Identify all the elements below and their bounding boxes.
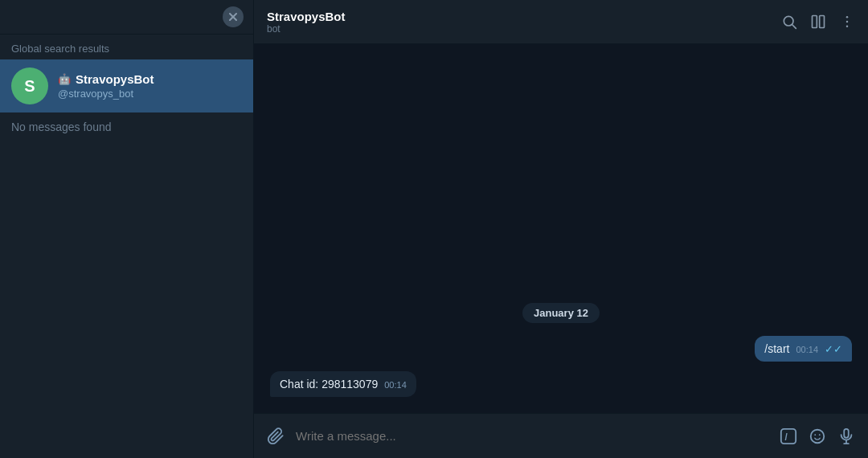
right-panel: StravopysBot bot [254, 0, 868, 458]
attach-button[interactable] [267, 427, 285, 445]
columns-icon [810, 14, 826, 30]
message-input[interactable] [296, 429, 768, 443]
avatar: S [11, 67, 48, 104]
chat-title: StravopysBot [267, 10, 772, 23]
message-ticks: ✓✓ [825, 343, 842, 355]
date-divider: January 12 [270, 303, 852, 323]
search-bar: StravopysBot [0, 0, 253, 35]
input-right-icons: / [780, 427, 855, 445]
left-panel: StravopysBot Global search results S 🤖 S… [0, 0, 254, 458]
message-outgoing: /start 00:14 ✓✓ [270, 336, 852, 362]
search-icon [781, 14, 797, 30]
search-input[interactable]: StravopysBot [10, 10, 223, 24]
chat-area: January 12 /start 00:14 ✓✓ Chat id: 2981… [254, 44, 868, 413]
search-result-item[interactable]: S 🤖 StravopysBot @stravopys_bot [0, 59, 253, 112]
result-info: 🤖 StravopysBot @stravopys_bot [58, 72, 154, 100]
more-icon [839, 14, 855, 30]
message-text: Chat id: 298113079 [280, 378, 378, 391]
svg-point-11 [811, 429, 825, 443]
svg-text:/: / [784, 431, 788, 442]
commands-button[interactable]: / [780, 427, 797, 445]
bubble-incoming: Chat id: 298113079 00:14 [270, 371, 416, 397]
chat-subtitle: bot [267, 23, 772, 35]
commands-icon: / [780, 427, 797, 445]
svg-line-3 [792, 25, 796, 29]
attach-icon [267, 427, 285, 445]
message-time: 00:14 [384, 380, 407, 390]
microphone-icon [837, 427, 855, 445]
header-icons [781, 14, 855, 30]
columns-button[interactable] [810, 14, 826, 30]
svg-point-8 [846, 26, 849, 28]
message-time: 00:14 [796, 345, 818, 354]
bot-icon: 🤖 [58, 73, 71, 85]
clear-search-button[interactable] [223, 6, 244, 27]
bot-name: StravopysBot [76, 72, 154, 86]
chat-header: StravopysBot bot [254, 0, 868, 44]
date-pill: January 12 [522, 303, 600, 323]
result-username: @stravopys_bot [58, 88, 154, 100]
voice-button[interactable] [837, 427, 855, 445]
svg-point-7 [846, 21, 849, 23]
svg-point-6 [846, 16, 849, 18]
no-messages-label: No messages found [0, 112, 253, 141]
chat-header-info: StravopysBot bot [267, 10, 772, 35]
search-button[interactable] [781, 14, 797, 30]
svg-rect-5 [820, 16, 825, 28]
bubble-outgoing: /start 00:14 ✓✓ [755, 336, 852, 362]
svg-rect-4 [813, 16, 817, 28]
message-text: /start [764, 342, 789, 355]
svg-rect-14 [844, 428, 849, 437]
close-icon [229, 13, 237, 21]
global-search-label: Global search results [0, 35, 253, 59]
svg-point-13 [819, 434, 821, 436]
result-name: 🤖 StravopysBot [58, 72, 154, 86]
emoji-icon [809, 427, 826, 445]
input-bar: / [254, 413, 868, 458]
svg-rect-9 [781, 428, 796, 443]
svg-point-12 [814, 434, 816, 436]
message-incoming: Chat id: 298113079 00:14 [270, 371, 852, 397]
emoji-button[interactable] [809, 427, 826, 445]
more-menu-button[interactable] [839, 14, 855, 30]
